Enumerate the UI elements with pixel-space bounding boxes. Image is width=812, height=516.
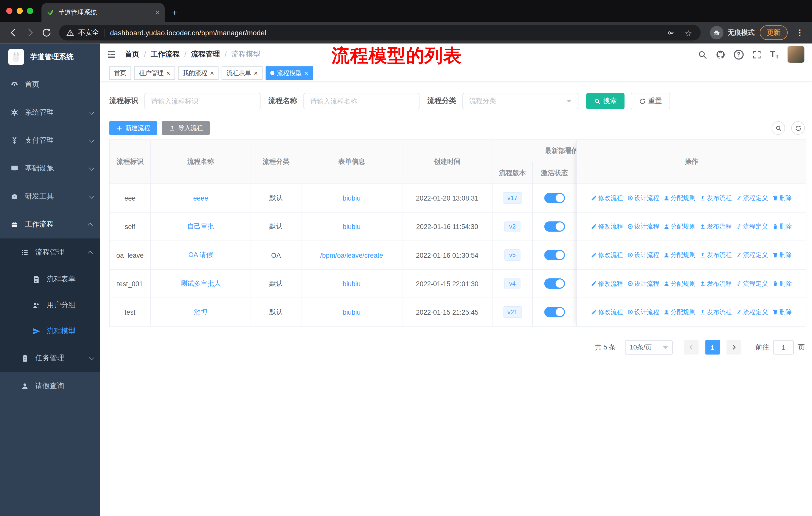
reset-button[interactable]: 重置 — [631, 93, 670, 109]
page-size-select[interactable]: 10条/页 — [625, 340, 672, 355]
op-publish-link[interactable]: 发布流程 — [700, 251, 732, 260]
breadcrumb-home[interactable]: 首页 — [125, 50, 140, 59]
op-assign-link[interactable]: 分配规则 — [664, 251, 696, 260]
tag-my-process[interactable]: 我的流程 — [178, 66, 219, 80]
form-link[interactable]: biubiu — [343, 308, 360, 316]
goto-page-input[interactable] — [773, 340, 794, 355]
op-design-link[interactable]: 设计流程 — [627, 251, 660, 260]
sidebar-item-workflow[interactable]: 工作流程 — [0, 210, 100, 238]
font-size-icon[interactable] — [770, 49, 779, 59]
model-name-link[interactable]: eeee — [193, 194, 208, 202]
op-publish-link[interactable]: 发布流程 — [700, 279, 732, 288]
back-icon[interactable] — [8, 27, 19, 38]
active-toggle[interactable] — [544, 221, 564, 232]
op-definition-link[interactable]: 流程定义 — [736, 251, 768, 260]
op-publish-link[interactable]: 发布流程 — [700, 222, 732, 231]
page-number-button[interactable]: 1 — [705, 340, 720, 355]
sidebar-item-task-management[interactable]: 任务管理 — [0, 344, 100, 372]
process-name-input[interactable] — [303, 93, 419, 109]
window-minimize-button[interactable] — [17, 8, 23, 14]
breadcrumb-workflow[interactable]: 工作流程 — [150, 50, 179, 59]
op-modify-link[interactable]: 修改流程 — [591, 193, 623, 202]
model-name-link[interactable]: 测试多审批人 — [180, 279, 221, 288]
op-assign-link[interactable]: 分配规则 — [664, 222, 696, 231]
search-icon[interactable] — [697, 49, 707, 59]
op-modify-link[interactable]: 修改流程 — [591, 222, 623, 231]
fullscreen-icon[interactable] — [752, 49, 762, 59]
op-definition-link[interactable]: 流程定义 — [736, 193, 768, 202]
sidebar-item-leave-query[interactable]: 请假查询 — [0, 372, 100, 400]
op-modify-link[interactable]: 修改流程 — [591, 308, 623, 317]
process-category-select[interactable]: 流程分类 — [462, 93, 578, 109]
active-toggle[interactable] — [544, 250, 564, 260]
close-icon[interactable] — [254, 70, 258, 77]
op-delete-link[interactable]: 删除 — [772, 251, 792, 260]
sidebar-item-process-management[interactable]: 流程管理 — [0, 238, 100, 266]
op-design-link[interactable]: 设计流程 — [627, 279, 660, 288]
sidebar-item-user-group[interactable]: 用户分组 — [0, 292, 100, 318]
form-link[interactable]: biubiu — [343, 280, 360, 288]
active-toggle[interactable] — [544, 278, 564, 289]
tag-home[interactable]: 首页 — [109, 66, 131, 80]
window-zoom-button[interactable] — [27, 8, 33, 14]
tab-close-icon[interactable] — [155, 9, 160, 16]
url-bar[interactable]: 不安全 dashboard.yudao.iocoder.cn/bpm/manag… — [59, 25, 701, 40]
op-publish-link[interactable]: 发布流程 — [700, 193, 732, 202]
model-name-link[interactable]: OA 请假 — [188, 250, 213, 260]
close-icon[interactable] — [166, 70, 170, 77]
sidebar-item-devtools[interactable]: 研发工具 — [0, 183, 100, 210]
bookmark-star-icon[interactable] — [685, 28, 693, 37]
sidebar-item-payment[interactable]: 支付管理 — [0, 127, 100, 155]
model-name-link[interactable]: 滔博 — [194, 307, 207, 317]
show-search-button[interactable] — [772, 121, 785, 135]
breadcrumb-process-management[interactable]: 流程管理 — [191, 50, 220, 59]
security-label[interactable]: 不安全 — [78, 28, 99, 37]
op-assign-link[interactable]: 分配规则 — [664, 308, 696, 317]
op-modify-link[interactable]: 修改流程 — [591, 279, 623, 288]
tag-process-form[interactable]: 流程表单 — [222, 66, 263, 80]
op-modify-link[interactable]: 修改流程 — [591, 251, 623, 260]
op-delete-link[interactable]: 删除 — [772, 308, 792, 317]
sidebar-item-system[interactable]: 系统管理 — [0, 99, 100, 127]
process-id-input[interactable] — [144, 93, 261, 109]
op-assign-link[interactable]: 分配规则 — [664, 279, 696, 288]
op-delete-link[interactable]: 删除 — [772, 222, 792, 231]
active-toggle[interactable] — [544, 307, 564, 317]
window-close-button[interactable] — [6, 8, 12, 14]
reload-icon[interactable] — [41, 27, 52, 38]
op-design-link[interactable]: 设计流程 — [627, 222, 660, 231]
refresh-table-button[interactable] — [791, 121, 805, 135]
browser-tab[interactable]: 芋道管理系统 — [41, 3, 165, 22]
close-icon[interactable] — [304, 70, 308, 77]
op-assign-link[interactable]: 分配规则 — [664, 193, 696, 202]
model-name-link[interactable]: 自己审批 — [187, 222, 214, 231]
op-design-link[interactable]: 设计流程 — [627, 308, 660, 317]
op-definition-link[interactable]: 流程定义 — [736, 308, 768, 317]
password-key-icon[interactable] — [667, 28, 675, 37]
import-process-button[interactable]: 导入流程 — [162, 121, 210, 135]
user-avatar[interactable] — [787, 46, 805, 63]
app-logo[interactable]: 芋道管理系统 — [0, 44, 100, 71]
forward-icon[interactable] — [25, 27, 35, 38]
op-publish-link[interactable]: 发布流程 — [700, 308, 732, 317]
op-delete-link[interactable]: 删除 — [772, 193, 792, 202]
op-definition-link[interactable]: 流程定义 — [736, 279, 768, 288]
tag-tenant[interactable]: 租户管理 — [134, 66, 175, 80]
active-toggle[interactable] — [544, 193, 564, 203]
sidebar-toggle-icon[interactable] — [106, 49, 117, 59]
sidebar-item-process-form[interactable]: 流程表单 — [0, 267, 100, 293]
op-definition-link[interactable]: 流程定义 — [736, 222, 768, 231]
tag-process-model[interactable]: 流程模型 — [265, 66, 313, 80]
form-link[interactable]: biubiu — [343, 194, 360, 202]
form-link[interactable]: /bpm/oa/leave/create — [320, 251, 383, 259]
search-button[interactable]: 搜索 — [586, 93, 625, 109]
close-icon[interactable] — [210, 70, 214, 77]
form-link[interactable]: biubiu — [343, 223, 360, 230]
op-design-link[interactable]: 设计流程 — [627, 193, 660, 202]
next-page-button[interactable] — [727, 340, 741, 355]
new-tab-button[interactable] — [172, 7, 178, 19]
sidebar-item-process-model[interactable]: 流程模型 — [0, 318, 100, 344]
github-icon[interactable] — [716, 49, 725, 59]
browser-update-button[interactable]: 更新 — [760, 25, 788, 40]
url-text[interactable]: dashboard.yudao.iocoder.cn/bpm/manager/m… — [110, 29, 266, 36]
